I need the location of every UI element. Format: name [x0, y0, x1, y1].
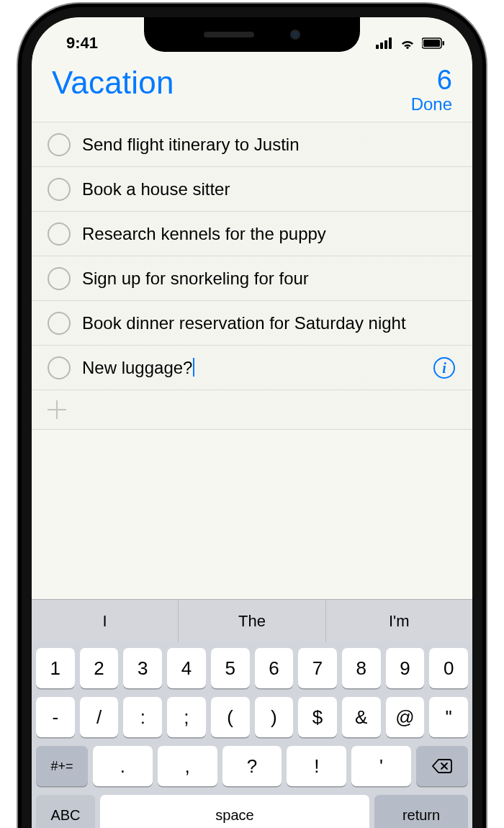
battery-icon — [422, 37, 445, 49]
key[interactable]: / — [80, 697, 119, 737]
space-key[interactable]: space — [100, 795, 369, 828]
done-button[interactable]: Done — [411, 94, 452, 114]
key-row-1: 1234567890 — [36, 648, 468, 688]
suggestion[interactable]: I — [32, 600, 179, 642]
key-row-2: -/:;()$&@" — [36, 697, 468, 737]
text-cursor — [193, 358, 194, 377]
complete-toggle[interactable] — [48, 312, 71, 335]
add-reminder-row[interactable] — [32, 390, 472, 430]
key[interactable]: 5 — [211, 648, 250, 688]
reminder-row[interactable]: Book dinner reservation for Saturday nig… — [32, 300, 472, 345]
reminder-count: 6 — [411, 65, 452, 96]
key[interactable]: $ — [298, 697, 337, 737]
key[interactable]: ( — [211, 697, 250, 737]
key[interactable]: ; — [167, 697, 206, 737]
front-camera — [290, 30, 300, 40]
key-row-3: #+= .,?!' — [36, 746, 468, 786]
key[interactable]: ? — [222, 746, 282, 786]
return-key[interactable]: return — [374, 795, 468, 828]
key[interactable]: 2 — [80, 648, 119, 688]
reminder-text[interactable]: Book a house sitter — [82, 177, 456, 200]
reminder-row[interactable]: iNew luggage? — [32, 345, 472, 390]
reminder-row[interactable]: Book a house sitter — [32, 166, 472, 211]
key[interactable]: 0 — [429, 648, 468, 688]
list-title: Vacation — [52, 65, 174, 101]
suggestion[interactable]: The — [179, 600, 325, 642]
reminder-text[interactable]: Book dinner reservation for Saturday nig… — [82, 311, 456, 334]
suggestion[interactable]: I'm — [326, 600, 472, 642]
key[interactable]: ) — [255, 697, 294, 737]
key[interactable]: 6 — [255, 648, 294, 688]
reminders-list[interactable]: Send flight itinerary to JustinBook a ho… — [32, 122, 472, 430]
key[interactable]: : — [123, 697, 162, 737]
wifi-icon — [399, 37, 416, 50]
key[interactable]: 7 — [298, 648, 337, 688]
complete-toggle[interactable] — [48, 178, 71, 201]
key[interactable]: @ — [386, 697, 425, 737]
keyboard-area: ITheI'm 1234567890 -/:;()$&@" #+= .,?!' … — [32, 599, 472, 828]
key[interactable]: 9 — [386, 648, 425, 688]
speaker-grille — [204, 32, 254, 37]
key[interactable]: 3 — [123, 648, 162, 688]
key[interactable]: 4 — [167, 648, 206, 688]
key[interactable]: " — [429, 697, 468, 737]
reminder-row[interactable]: Research kennels for the puppy — [32, 211, 472, 256]
key[interactable]: , — [158, 746, 217, 786]
reminder-row[interactable]: Send flight itinerary to Justin — [32, 122, 472, 166]
status-indicators — [376, 37, 445, 50]
key[interactable]: & — [342, 697, 381, 737]
key[interactable]: . — [93, 746, 153, 786]
svg-rect-2 — [443, 41, 445, 45]
info-icon[interactable]: i — [433, 357, 455, 379]
device-notch — [144, 17, 360, 52]
key[interactable]: 1 — [36, 648, 75, 688]
key[interactable]: - — [36, 697, 75, 737]
complete-toggle[interactable] — [48, 267, 71, 290]
complete-toggle[interactable] — [48, 133, 71, 156]
screen: 9:41 Vacation 6 Done Send flight itinera… — [32, 17, 472, 828]
backspace-key[interactable] — [416, 746, 468, 786]
symbols-key[interactable]: #+= — [36, 746, 88, 786]
reminder-text[interactable]: Sign up for snorkeling for four — [82, 266, 456, 289]
plus-icon — [48, 400, 66, 419]
reminder-row[interactable]: Sign up for snorkeling for four — [32, 256, 472, 300]
key[interactable]: ' — [351, 746, 411, 786]
list-header: Vacation 6 Done — [32, 60, 472, 122]
svg-rect-1 — [423, 40, 440, 47]
complete-toggle[interactable] — [48, 222, 71, 246]
complete-toggle[interactable] — [48, 356, 71, 379]
reminder-text[interactable]: New luggage? — [82, 356, 456, 379]
key[interactable]: 8 — [342, 648, 381, 688]
status-time: 9:41 — [66, 34, 98, 53]
cellular-signal-icon — [376, 37, 393, 49]
reminder-text[interactable]: Research kennels for the puppy — [82, 222, 456, 245]
predictive-bar: ITheI'm — [32, 599, 472, 642]
keyboard: 1234567890 -/:;()$&@" #+= .,?!' ABC spac… — [32, 642, 472, 828]
key[interactable]: ! — [287, 746, 346, 786]
abc-key[interactable]: ABC — [36, 795, 95, 828]
reminder-text[interactable]: Send flight itinerary to Justin — [82, 132, 456, 156]
iphone-frame: 9:41 Vacation 6 Done Send flight itinera… — [22, 7, 482, 828]
key-row-4: ABC space return — [36, 795, 468, 828]
